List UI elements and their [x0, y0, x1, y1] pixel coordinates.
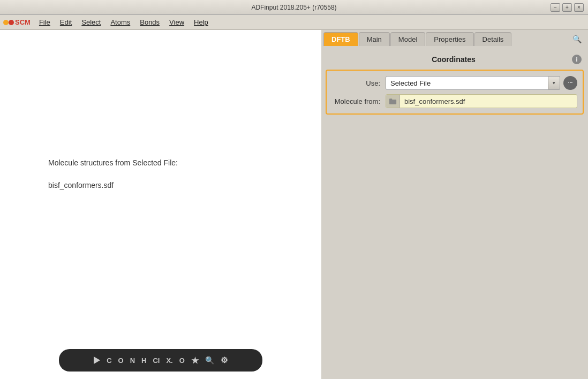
molecule-from-label: Molecule from:	[332, 97, 386, 105]
toolbar-gear[interactable]: ⚙	[221, 355, 228, 365]
more-icon: ···	[568, 80, 572, 86]
coordinates-header: Coordinates i	[326, 50, 584, 70]
toolbar-x[interactable]: X.	[166, 357, 172, 365]
toolbar-o2[interactable]: O	[179, 357, 185, 365]
tab-properties[interactable]: Properties	[426, 32, 473, 46]
folder-browse-button[interactable]	[386, 94, 400, 108]
menu-edit[interactable]: Edit	[56, 17, 76, 28]
main-content: Molecule structures from Selected File: …	[0, 30, 588, 379]
scm-logo: SCM	[3, 18, 31, 26]
title-bar: ADFinput 2018.205+ (r70558) − + ×	[0, 0, 588, 15]
left-panel: Molecule structures from Selected File: …	[0, 30, 321, 379]
title-bar-controls: − + ×	[551, 3, 584, 12]
dropdown-wrapper: Selected File ▾	[386, 76, 560, 90]
scm-dot-orange	[3, 20, 9, 25]
selected-file-box: Use: Selected File ▾ ···	[326, 70, 584, 115]
menu-select[interactable]: Select	[77, 17, 105, 28]
close-button[interactable]: ×	[574, 3, 584, 12]
use-row: Use: Selected File ▾ ···	[332, 76, 577, 90]
more-options-button[interactable]: ···	[563, 76, 577, 90]
bottom-toolbar: C O N H Cl X. O ★ 🔍 ⚙	[59, 349, 262, 372]
scm-text: SCM	[15, 18, 31, 26]
info-icon[interactable]: i	[572, 55, 582, 64]
menu-view[interactable]: View	[165, 17, 189, 28]
use-control-area: Selected File ▾ ···	[386, 76, 577, 90]
toolbar-h[interactable]: H	[141, 357, 146, 365]
menu-help[interactable]: Help	[190, 17, 213, 28]
toolbar-cl[interactable]: Cl	[153, 357, 160, 365]
tab-dftb[interactable]: DFTB	[323, 32, 358, 46]
menu-bonds[interactable]: Bonds	[135, 17, 164, 28]
svg-rect-1	[389, 98, 392, 100]
folder-icon	[389, 98, 397, 104]
selected-file-dropdown-display[interactable]: Selected File	[386, 76, 548, 90]
toolbar-o[interactable]: O	[118, 357, 124, 365]
toolbar-n[interactable]: N	[130, 357, 135, 365]
menu-file[interactable]: File	[35, 17, 55, 28]
chevron-down-icon: ▾	[553, 80, 555, 86]
molecule-from-control-area: bisf_conformers.sdf	[386, 94, 577, 108]
bottom-toolbar-container: C O N H Cl X. O ★ 🔍 ⚙	[0, 344, 321, 379]
molecule-from-row: Molecule from: bisf_conformers.sdf	[332, 94, 577, 108]
svg-rect-0	[389, 100, 396, 104]
panel-content: Coordinates i Use: Selected File ▾	[321, 46, 588, 379]
toolbar-search[interactable]: 🔍	[205, 356, 214, 365]
molecule-area: Molecule structures from Selected File: …	[0, 30, 321, 344]
tab-search-icon[interactable]: 🔍	[568, 33, 586, 46]
title-bar-title: ADFinput 2018.205+ (r70558)	[251, 4, 336, 11]
molecule-from-input: bisf_conformers.sdf	[386, 94, 577, 108]
minimize-button[interactable]: −	[551, 3, 560, 12]
tab-main[interactable]: Main	[359, 32, 390, 46]
use-label: Use:	[332, 79, 386, 87]
dropdown-arrow-button[interactable]: ▾	[548, 76, 560, 90]
menu-bar: SCM File Edit Select Atoms Bonds View He…	[0, 15, 588, 30]
molecule-filename-label: bisf_conformers.sdf	[48, 181, 114, 190]
tabs-left: DFTB Main Model Properties Details	[323, 32, 512, 46]
tab-details[interactable]: Details	[474, 32, 512, 46]
tab-model[interactable]: Model	[390, 32, 425, 46]
molecule-structures-label: Molecule structures from Selected File:	[48, 158, 178, 167]
menu-atoms[interactable]: Atoms	[106, 17, 134, 28]
right-panel: DFTB Main Model Properties Details 🔍 Coo…	[321, 30, 588, 379]
play-icon	[94, 357, 100, 364]
maximize-button[interactable]: +	[562, 3, 572, 12]
molecule-from-filename: bisf_conformers.sdf	[400, 97, 577, 105]
tabs-bar: DFTB Main Model Properties Details 🔍	[321, 30, 588, 46]
coordinates-section: Coordinates i Use: Selected File ▾	[326, 50, 584, 115]
toolbar-c[interactable]: C	[107, 357, 111, 365]
scm-dot-red	[9, 20, 14, 25]
toolbar-star[interactable]: ★	[191, 355, 199, 366]
toolbar-play[interactable]	[94, 357, 100, 364]
coordinates-title: Coordinates	[335, 55, 572, 64]
